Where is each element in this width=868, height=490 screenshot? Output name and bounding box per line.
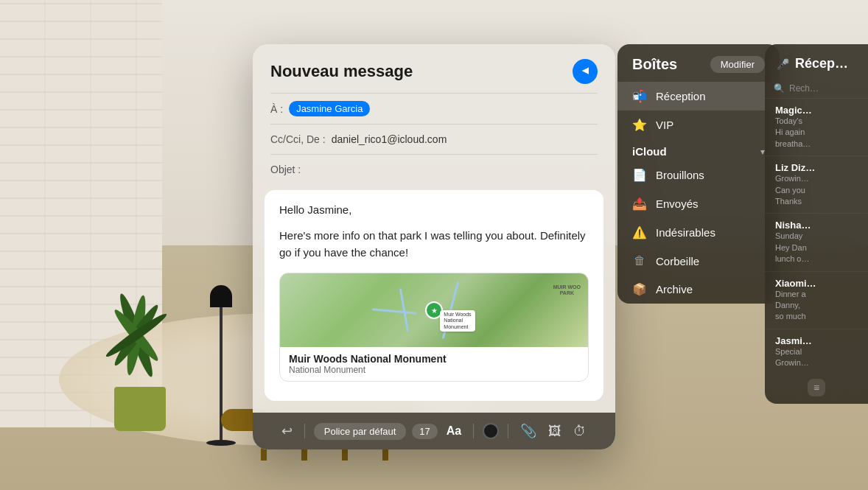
envoyes-icon: 📤: [632, 197, 647, 211]
to-label: À :: [270, 103, 283, 115]
reception-mailbox-label: Réception: [656, 90, 706, 102]
recipient-chip[interactable]: Jasmine Garcia: [289, 101, 370, 116]
mailboxes-panel: Boîtes Modifier 📬 Réception ⭐ VIP iCloud…: [617, 44, 780, 304]
mailbox-archive[interactable]: 📦 Archive: [617, 275, 780, 304]
map-subtitle: National Monument: [289, 365, 579, 375]
mic-icon: 🎤: [777, 58, 789, 70]
email-sender-3: Nisha…: [775, 220, 858, 231]
email-item-3[interactable]: Nisha… Sunday Hey Dan lunch o…: [765, 213, 868, 270]
email-sender-1: Magic…: [775, 105, 858, 116]
font-size-button[interactable]: 17: [412, 424, 437, 439]
icloud-section-title: iCloud: [632, 145, 667, 158]
email-preview-1b: breatha…: [775, 139, 858, 150]
vip-mailbox-icon: ⭐: [632, 118, 647, 132]
email-preview-4a: Danny,: [775, 300, 858, 311]
email-date-1: Today's: [775, 116, 858, 127]
map-card[interactable]: ★ Muir WoodsNationalMonument MUIR WOOPAR…: [279, 273, 589, 382]
email-preview-1a: Hi again: [775, 127, 858, 138]
subject-field: Objet :: [253, 155, 615, 184]
color-picker-button[interactable]: [483, 423, 499, 439]
mailbox-indesirables[interactable]: ⚠️ Indésirables: [617, 218, 780, 247]
compose-header: Nouveau message ▲: [253, 44, 615, 93]
corbeille-label: Corbeille: [656, 255, 699, 267]
cc-label: Cc/Cci, De :: [270, 133, 326, 145]
mailbox-reception[interactable]: 📬 Réception: [617, 82, 780, 111]
font-default-button[interactable]: Police par défaut: [314, 423, 407, 440]
undo-button[interactable]: ↩: [279, 420, 295, 442]
email-sender-4: Xiaomi…: [775, 278, 858, 289]
email-item-4[interactable]: Xiaomi… Dinner a Danny, so much: [765, 271, 868, 329]
subject-label: Objet :: [270, 164, 301, 175]
mailbox-vip[interactable]: ⭐ VIP: [617, 111, 780, 139]
toolbar-divider-2: [473, 424, 474, 438]
undo-icon: ↩: [281, 423, 293, 439]
cc-value[interactable]: daniel_rico1@icloud.com: [332, 133, 447, 145]
map-road-3: [372, 308, 416, 314]
map-info: Muir Woods National Monument National Mo…: [280, 347, 588, 381]
reception-mailbox-icon: 📬: [632, 89, 647, 103]
attachment-icon: 📎: [520, 423, 536, 439]
corbeille-icon: 🗑: [632, 254, 647, 267]
indesirables-label: Indésirables: [656, 226, 715, 239]
compose-title: Nouveau message: [270, 62, 413, 81]
map-marker-star-icon: ★: [431, 307, 438, 315]
reception-header: 🎤 Récep…: [765, 44, 868, 79]
email-preview-5a: Growin…: [775, 357, 858, 368]
cc-field: Cc/Cci, De : daniel_rico1@icloud.com: [253, 125, 615, 154]
compose-toolbar: ↩ Police par défaut 17 Aa 📎 🖼 ⏱: [253, 413, 615, 449]
timer-button[interactable]: ⏱: [570, 421, 589, 442]
email-item-5[interactable]: Jasmi… Special Growin…: [765, 329, 868, 375]
map-label-overlay: Muir WoodsNationalMonument: [440, 310, 475, 332]
attachment-button[interactable]: 📎: [517, 420, 539, 442]
email-preview-2b: Thanks: [775, 196, 858, 207]
mailboxes-title: Boîtes: [632, 56, 677, 73]
brouillons-icon: 📄: [632, 168, 647, 182]
mailbox-envoyes[interactable]: 📤 Envoyés: [617, 189, 780, 218]
email-preview-3a: Hey Dan: [775, 242, 858, 253]
map-park-label: MUIR WOOPARK: [553, 284, 581, 297]
toolbar-divider-1: [304, 424, 305, 438]
email-sender-2: Liz Diz…: [775, 162, 858, 173]
timer-icon: ⏱: [573, 424, 587, 439]
send-arrow-icon: ▲: [578, 65, 592, 77]
archive-label: Archive: [656, 283, 693, 295]
chat-icon-button[interactable]: ≡: [808, 379, 825, 396]
email-date-2: Growin…: [775, 173, 858, 184]
font-aa-label: Aa: [444, 424, 464, 438]
subject-input[interactable]: [307, 164, 598, 175]
photo-button[interactable]: 🖼: [545, 421, 564, 442]
brouillons-label: Brouillons: [656, 169, 704, 181]
email-date-5: Special: [775, 346, 858, 357]
mailboxes-header: Boîtes Modifier: [617, 44, 780, 82]
reception-search-bar[interactable]: 🔍 Rech…: [765, 79, 868, 98]
photo-icon: 🖼: [548, 424, 561, 439]
email-date-3: Sunday: [775, 231, 858, 242]
envoyes-label: Envoyés: [656, 197, 699, 210]
icloud-section-header[interactable]: iCloud ▾: [617, 139, 780, 161]
toolbar-divider-3: [508, 424, 508, 438]
reception-panel-title: Récep…: [795, 56, 848, 71]
map-title: Muir Woods National Monument: [289, 353, 579, 365]
mailbox-corbeille[interactable]: 🗑 Corbeille: [617, 247, 780, 275]
compose-window: Nouveau message ▲ À : Jasmine Garcia Cc/…: [253, 44, 615, 449]
indesirables-icon: ⚠️: [632, 225, 647, 239]
email-sender-5: Jasmi…: [775, 335, 858, 346]
reception-panel: 🎤 Récep… 🔍 Rech… Magic… Today's Hi again…: [765, 44, 868, 404]
email-preview-2a: Can you: [775, 185, 858, 196]
archive-icon: 📦: [632, 282, 647, 296]
modifier-button[interactable]: Modifier: [710, 56, 765, 73]
search-icon: 🔍: [774, 83, 785, 94]
send-button[interactable]: ▲: [573, 59, 598, 84]
search-placeholder-text: Rech…: [789, 83, 819, 94]
map-overlay-text: Muir WoodsNationalMonument: [444, 312, 471, 330]
mailbox-brouillons[interactable]: 📄 Brouillons: [617, 161, 780, 189]
email-item-1[interactable]: Magic… Today's Hi again breatha…: [765, 98, 868, 155]
email-preview-4b: so much: [775, 311, 858, 322]
email-date-4: Dinner a: [775, 289, 858, 300]
body-text: Here's more info on that park I was tell…: [279, 228, 589, 261]
email-preview-3b: lunch o…: [775, 253, 858, 265]
greeting-text: Hello Jasmine,: [279, 203, 589, 216]
email-item-2[interactable]: Liz Diz… Growin… Can you Thanks: [765, 155, 868, 213]
map-image: ★ Muir WoodsNationalMonument MUIR WOOPAR…: [280, 273, 588, 347]
chat-icon-area: ≡: [765, 379, 868, 396]
